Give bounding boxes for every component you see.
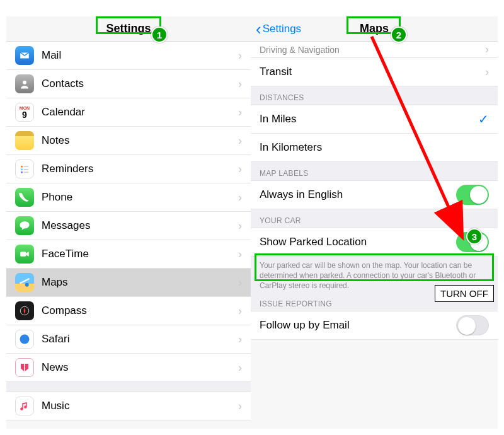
chevron-right-icon: ›: [238, 49, 242, 62]
settings-root-panel: Settings Mail› Contacts› MON9Calendar› N…: [6, 16, 251, 429]
settings-row-facetime[interactable]: FaceTime›: [6, 240, 251, 269]
settings-row-phone[interactable]: Phone›: [6, 183, 251, 212]
maps-title: Maps: [360, 22, 389, 35]
safari-icon: [15, 330, 34, 349]
list-gap: [6, 382, 251, 392]
chevron-right-icon: ›: [238, 163, 242, 176]
section-distances-header: DISTANCES: [251, 86, 498, 105]
svg-rect-4: [24, 166, 29, 168]
section-map-labels-header: MAP LABELS: [251, 162, 498, 181]
settings-row-calendar[interactable]: MON9Calendar›: [6, 98, 251, 127]
maps-row-transit[interactable]: Transit›: [251, 58, 498, 86]
chevron-right-icon: ›: [238, 78, 242, 91]
svg-point-3: [21, 171, 23, 173]
your-car-note: Your parked car will be shown on the map…: [251, 257, 498, 298]
settings-row-safari[interactable]: Safari›: [6, 325, 251, 354]
chevron-right-icon: ›: [238, 191, 242, 204]
settings-row-compass[interactable]: Compass›: [6, 297, 251, 325]
always-english-toggle[interactable]: [456, 185, 489, 205]
maps-settings-list[interactable]: Driving & Navigation› Transit› DISTANCES…: [251, 42, 498, 340]
checkmark-icon: ✓: [478, 112, 489, 127]
toggle-row-show-parked: Show Parked Location: [251, 228, 498, 257]
chevron-right-icon: ›: [238, 106, 242, 119]
option-in-kilometers[interactable]: In Kilometers: [251, 134, 498, 162]
section-your-car-header: YOUR CAR: [251, 209, 498, 228]
tutorial-screenshot: Settings Mail› Contacts› MON9Calendar› N…: [0, 0, 504, 435]
toggle-row-always-english: Always in English: [251, 181, 498, 209]
back-button[interactable]: ‹ Settings: [256, 23, 301, 35]
settings-row-maps[interactable]: Maps›: [6, 269, 251, 297]
svg-point-8: [25, 283, 29, 287]
settings-title: Settings: [106, 22, 151, 35]
facetime-icon: [15, 245, 34, 264]
back-label: Settings: [263, 23, 301, 35]
settings-row-news[interactable]: News›: [6, 354, 251, 382]
follow-up-email-toggle[interactable]: [456, 315, 489, 335]
calendar-icon: MON9: [15, 103, 34, 122]
settings-row-music[interactable]: Music›: [6, 392, 251, 420]
mail-icon: [15, 46, 34, 65]
settings-navbar: Settings: [6, 16, 251, 42]
maps-settings-panel: ‹ Settings Maps Driving & Navigation› Tr…: [251, 16, 498, 429]
chevron-right-icon: ›: [238, 304, 242, 318]
maps-navbar: ‹ Settings Maps: [251, 16, 498, 42]
svg-point-0: [23, 81, 26, 84]
settings-row-notes[interactable]: Notes›: [6, 127, 251, 155]
messages-icon: [15, 216, 34, 235]
reminders-icon: [15, 160, 34, 178]
notes-icon: [15, 131, 34, 150]
chevron-right-icon: ›: [238, 400, 242, 413]
settings-list[interactable]: Mail› Contacts› MON9Calendar› Notes› Rem…: [6, 42, 251, 420]
chevron-right-icon: ›: [238, 219, 242, 233]
chevron-right-icon: ›: [238, 248, 242, 261]
chevron-right-icon: ›: [238, 134, 242, 148]
chevron-right-icon: ›: [485, 43, 489, 56]
settings-row-mail[interactable]: Mail›: [6, 42, 251, 70]
phone-icon: [15, 188, 34, 207]
chevron-right-icon: ›: [485, 66, 489, 79]
svg-point-2: [21, 168, 23, 170]
chevron-right-icon: ›: [238, 361, 242, 374]
maps-row-driving[interactable]: Driving & Navigation›: [251, 42, 498, 58]
svg-rect-6: [24, 172, 29, 173]
contacts-icon: [15, 74, 34, 93]
show-parked-location-toggle[interactable]: [456, 232, 489, 252]
maps-icon: [15, 273, 34, 292]
svg-rect-5: [24, 169, 29, 170]
toggle-row-follow-up: Follow up by Email: [251, 311, 498, 340]
section-issue-header: ISSUE REPORTING: [251, 298, 498, 311]
svg-rect-7: [20, 252, 26, 257]
settings-row-messages[interactable]: Messages›: [6, 212, 251, 240]
settings-row-reminders[interactable]: Reminders›: [6, 155, 251, 183]
svg-point-10: [20, 335, 30, 344]
svg-point-1: [21, 166, 23, 168]
news-icon: [15, 358, 34, 377]
compass-icon: [15, 301, 34, 320]
chevron-right-icon: ›: [238, 276, 242, 289]
chevron-right-icon: ›: [238, 333, 242, 346]
music-icon: [15, 397, 34, 415]
settings-row-contacts[interactable]: Contacts›: [6, 70, 251, 98]
option-in-miles[interactable]: In Miles✓: [251, 105, 498, 134]
